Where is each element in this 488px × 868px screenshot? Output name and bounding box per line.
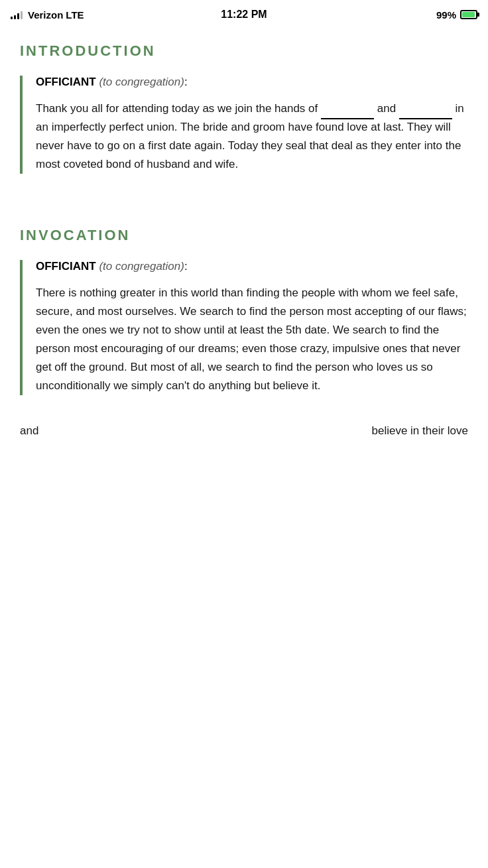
network-type: LTE [66, 9, 84, 21]
main-content: INTRODUCTION OFFICIANT (to congregation)… [0, 29, 488, 461]
blank-name-2 [399, 99, 452, 119]
section-gap [20, 194, 468, 227]
battery-icon [460, 10, 477, 19]
status-bar: Verizon LTE 11:22 PM 99% [0, 0, 488, 29]
partial-right-text: believe in their love [371, 422, 468, 440]
status-time: 11:22 PM [221, 9, 267, 21]
battery-percentage: 99% [436, 9, 456, 21]
introduction-speaker-label: OFFICIANT (to congregation): [36, 76, 468, 89]
signal-icon [11, 10, 23, 19]
invocation-heading: INVOCATION [20, 227, 468, 244]
introduction-heading: INTRODUCTION [20, 42, 468, 60]
partial-left-text: and [20, 422, 38, 440]
introduction-speech-text: Thank you all for attending today as we … [36, 99, 468, 174]
invocation-speech-text: There is nothing greater in this world t… [36, 284, 468, 395]
invocation-speaker-direction: (to congregation) [99, 260, 184, 273]
invocation-speaker-label: OFFICIANT (to congregation): [36, 260, 468, 273]
invocation-speaker-colon: : [184, 260, 188, 273]
carrier-name: Verizon [28, 9, 63, 21]
invocation-speaker-name: OFFICIANT [36, 260, 96, 273]
invocation-section: INVOCATION OFFICIANT (to congregation): … [20, 227, 468, 395]
introduction-section: INTRODUCTION OFFICIANT (to congregation)… [20, 42, 468, 174]
battery-info: 99% [436, 9, 477, 21]
introduction-speaker-colon: : [184, 76, 188, 88]
introduction-speaker-direction: (to congregation) [99, 76, 184, 88]
invocation-speech-block: OFFICIANT (to congregation): There is no… [20, 260, 468, 395]
introduction-speech-block: OFFICIANT (to congregation): Thank you a… [20, 76, 468, 174]
partial-bottom-row: and believe in their love [20, 415, 468, 440]
blank-name-1 [321, 99, 374, 119]
introduction-speaker-name: OFFICIANT [36, 76, 96, 88]
carrier-info: Verizon LTE [11, 9, 84, 21]
